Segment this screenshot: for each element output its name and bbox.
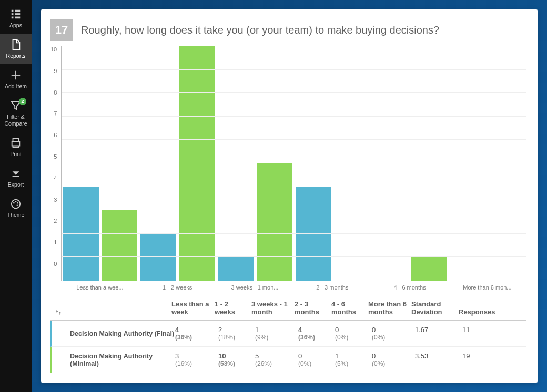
bar[interactable] bbox=[218, 257, 254, 281]
th: 2 - 3 months bbox=[295, 300, 331, 316]
sidebar: Apps Reports Add Item 2 Filter & Compare… bbox=[0, 0, 32, 392]
th: 1 - 2 weeks bbox=[215, 300, 251, 316]
sort-icon bbox=[55, 308, 62, 316]
category-group bbox=[139, 46, 216, 281]
svg-rect-1 bbox=[12, 13, 14, 15]
sidebar-item-print[interactable]: Print bbox=[0, 132, 32, 162]
cell: 10(53%) bbox=[218, 352, 255, 367]
cell-std: 1.67 bbox=[415, 326, 462, 341]
question-header: 17 Roughly, how long does it take you (o… bbox=[50, 19, 526, 41]
bar[interactable] bbox=[179, 46, 215, 281]
question-card: 17 Roughly, how long does it take you (o… bbox=[41, 9, 538, 383]
category-group bbox=[371, 46, 449, 281]
bar[interactable] bbox=[257, 163, 292, 281]
category-group bbox=[62, 46, 139, 281]
th: Standard Deviation bbox=[411, 300, 459, 316]
sidebar-item-theme[interactable]: Theme bbox=[0, 193, 32, 223]
row-label: Decision Making Authority (Final) bbox=[70, 326, 175, 341]
sort-button[interactable] bbox=[50, 308, 66, 316]
svg-rect-6 bbox=[13, 176, 19, 177]
y-tick: 6 bbox=[54, 132, 57, 138]
category-group bbox=[294, 46, 371, 281]
cell: 4(36%) bbox=[175, 326, 218, 341]
bar[interactable] bbox=[411, 257, 447, 281]
sidebar-label: Apps bbox=[9, 22, 22, 28]
cell: 5(26%) bbox=[255, 352, 298, 367]
x-tick: 2 - 3 months bbox=[293, 284, 371, 291]
th: More than 6 months bbox=[368, 300, 411, 316]
cell: 0(0%) bbox=[298, 352, 335, 367]
y-tick: 8 bbox=[54, 89, 57, 96]
y-tick: 3 bbox=[54, 197, 57, 203]
cell: 4(36%) bbox=[298, 326, 335, 341]
y-axis: 109876543210 bbox=[50, 46, 61, 267]
plus-icon bbox=[10, 69, 22, 81]
category-group bbox=[449, 46, 526, 281]
y-tick: 9 bbox=[54, 68, 57, 74]
y-tick: 10 bbox=[50, 46, 57, 53]
svg-point-8 bbox=[13, 202, 15, 204]
chart: 109876543210 Less than a wee...1 - 2 wee… bbox=[50, 46, 526, 291]
sidebar-item-add[interactable]: Add Item bbox=[0, 64, 32, 95]
y-tick: 2 bbox=[54, 218, 57, 224]
sidebar-item-filter[interactable]: 2 Filter & Compare bbox=[0, 95, 32, 132]
cell: 0(0%) bbox=[372, 352, 415, 367]
sidebar-item-reports[interactable]: Reports bbox=[0, 34, 32, 64]
th: 3 weeks - 1 month bbox=[251, 300, 295, 316]
bar[interactable] bbox=[102, 210, 138, 281]
y-tick: 0 bbox=[54, 261, 57, 267]
x-tick: Less than a wee... bbox=[61, 284, 138, 291]
reports-icon bbox=[10, 39, 22, 50]
export-icon bbox=[10, 168, 22, 179]
apps-icon bbox=[10, 8, 22, 20]
cell: 3(16%) bbox=[175, 352, 218, 367]
cell-resp: 11 bbox=[462, 326, 504, 341]
svg-rect-2 bbox=[12, 17, 14, 19]
svg-rect-0 bbox=[12, 10, 14, 12]
sidebar-item-apps[interactable]: Apps bbox=[0, 3, 32, 34]
table-header-row: Less than a week 1 - 2 weeks 3 weeks - 1… bbox=[50, 300, 526, 321]
x-tick: 3 weeks - 1 mon... bbox=[216, 284, 293, 291]
x-tick: 4 - 6 months bbox=[371, 284, 448, 291]
x-tick: More than 6 mon... bbox=[449, 284, 526, 291]
cell-resp: 19 bbox=[462, 352, 504, 367]
y-tick: 4 bbox=[54, 175, 57, 181]
svg-point-10 bbox=[17, 202, 18, 204]
svg-rect-5 bbox=[15, 17, 20, 19]
sidebar-item-export[interactable]: Export bbox=[0, 162, 32, 193]
y-tick: 7 bbox=[54, 110, 57, 117]
question-title: Roughly, how long does it take you (or y… bbox=[81, 24, 439, 36]
table-row: Decision Making Authority (Final)4(36%)2… bbox=[50, 321, 526, 347]
svg-rect-4 bbox=[15, 13, 20, 15]
cell: 0(0%) bbox=[335, 326, 372, 341]
svg-point-11 bbox=[16, 205, 18, 207]
sidebar-label: Theme bbox=[7, 212, 25, 218]
sidebar-label: Print bbox=[10, 151, 22, 157]
th: Responses bbox=[459, 308, 501, 316]
cell: 0(0%) bbox=[372, 326, 415, 341]
table-row: Decision Making Authority (Minimal)3(16%… bbox=[50, 347, 526, 373]
question-number: 17 bbox=[50, 19, 73, 41]
y-tick: 5 bbox=[54, 153, 57, 160]
bar[interactable] bbox=[140, 234, 176, 281]
x-tick: 1 - 2 weeks bbox=[139, 284, 216, 291]
sidebar-label: Reports bbox=[6, 53, 26, 59]
category-group bbox=[217, 46, 294, 281]
x-axis-labels: Less than a wee...1 - 2 weeks3 weeks - 1… bbox=[61, 284, 526, 291]
th: 4 - 6 months bbox=[331, 300, 368, 316]
svg-point-9 bbox=[15, 201, 17, 202]
main-area: 17 Roughly, how long does it take you (o… bbox=[32, 0, 547, 392]
plot-area bbox=[61, 46, 526, 281]
sidebar-label: Export bbox=[8, 181, 24, 188]
th: Less than a week bbox=[171, 300, 215, 316]
sidebar-label: Add Item bbox=[5, 83, 27, 89]
svg-rect-3 bbox=[15, 10, 20, 12]
print-icon bbox=[10, 137, 22, 149]
palette-icon bbox=[10, 198, 22, 210]
sidebar-label: Filter & Compare bbox=[0, 114, 32, 127]
row-label: Decision Making Authority (Minimal) bbox=[70, 352, 175, 367]
cell: 1(5%) bbox=[335, 352, 372, 367]
cell: 2(18%) bbox=[218, 326, 255, 341]
cell-std: 3.53 bbox=[415, 352, 462, 367]
data-table: Less than a week 1 - 2 weeks 3 weeks - 1… bbox=[50, 300, 526, 373]
